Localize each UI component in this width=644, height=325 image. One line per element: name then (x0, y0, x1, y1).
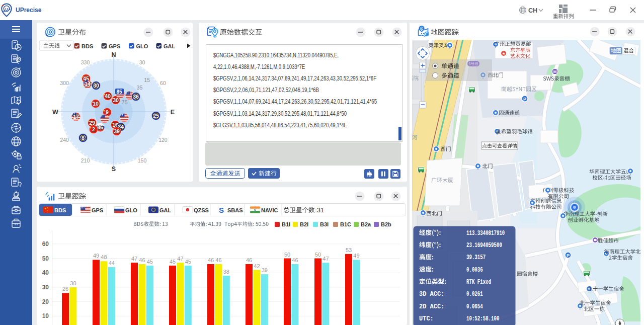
svg-text:2D ACC:: 2D ACC: (419, 303, 444, 310)
svg-text:$GLGSV,1,1,03,85,56,014,48,86,: $GLGSV,1,1,03,85,56,014,48,86,54,223,41,… (213, 121, 347, 129)
svg-text:46: 46 (215, 257, 221, 263)
svg-text:0.0261: 0.0261 (466, 291, 483, 298)
svg-text:9: 9 (106, 109, 109, 115)
svg-text:29: 29 (89, 120, 95, 126)
svg-text:210: 210 (81, 157, 90, 164)
svg-text:36: 36 (133, 94, 139, 100)
svg-text:45: 45 (170, 259, 176, 265)
svg-text:BDS: BDS (54, 207, 66, 213)
svg-text:47: 47 (323, 256, 329, 262)
svg-text:NAVIC: NAVIC (261, 207, 278, 213)
svg-text:47: 47 (177, 256, 183, 262)
svg-text:GPS: GPS (109, 43, 120, 49)
svg-text:113.3340817910: 113.3340817910 (466, 230, 505, 237)
svg-text:RTK Fixed: RTK Fixed (466, 279, 491, 286)
svg-text:48: 48 (101, 254, 107, 260)
svg-text:GAL: GAL (164, 43, 176, 49)
svg-text:46: 46 (139, 257, 145, 263)
svg-text:UPrecise: UPrecise (16, 7, 42, 14)
svg-text:B2b: B2b (381, 221, 391, 227)
svg-text:50: 50 (42, 255, 49, 262)
svg-text:35: 35 (137, 85, 143, 91)
svg-text:46: 46 (246, 257, 252, 263)
svg-text:45: 45 (147, 259, 153, 265)
svg-text:BDS: BDS (82, 43, 93, 49)
svg-text:38: 38 (223, 269, 229, 275)
svg-text:40: 40 (42, 269, 49, 276)
svg-text:49: 49 (353, 253, 359, 259)
svg-text:GLO: GLO (125, 207, 137, 213)
svg-text:B3I: B3I (320, 221, 329, 227)
svg-text:20: 20 (42, 298, 49, 305)
svg-text:S: S (112, 166, 116, 173)
svg-text:40: 40 (105, 93, 111, 99)
svg-text:$GNGGA,105258.90,2310.16435734: $GNGGA,105258.90,2310.16435734,N,11320.0… (213, 51, 339, 59)
svg-text:14: 14 (85, 81, 91, 87)
svg-text:QZSS: QZSS (194, 207, 209, 213)
svg-text:U: U (5, 7, 8, 12)
svg-text::31: :31 (315, 207, 324, 214)
svg-text:49: 49 (93, 253, 99, 259)
svg-text:4,22,1.0,46.4388,M,-7.1261,M,0: 4,22,1.0,46.4388,M,-7.1261,M,0.9,1033*7E (213, 63, 305, 70)
svg-text:UTC:: UTC: (419, 315, 434, 322)
svg-text:75: 75 (122, 99, 128, 105)
svg-text:50: 50 (315, 252, 321, 258)
svg-text:GAL: GAL (159, 207, 172, 213)
svg-text:60: 60 (160, 80, 166, 86)
svg-text:E: E (171, 109, 175, 116)
svg-text:0.0036: 0.0036 (466, 267, 483, 274)
svg-text:10: 10 (93, 101, 99, 107)
svg-text:GLO: GLO (136, 43, 148, 49)
svg-text:N: N (111, 51, 116, 58)
svg-text:39: 39 (262, 267, 268, 273)
svg-text:150: 150 (138, 157, 147, 164)
svg-text:23.1694059500: 23.1694059500 (466, 242, 502, 249)
svg-text:240: 240 (60, 137, 69, 143)
svg-text:50: 50 (284, 252, 290, 258)
svg-text:$GPGSV,1,1,03,14,24,317,29,30,: $GPGSV,1,1,03,14,24,317,29,30,52,295,48,… (213, 110, 347, 117)
svg-text:15: 15 (144, 77, 150, 83)
svg-text:85: 85 (116, 89, 122, 95)
svg-text:★: ★ (502, 51, 506, 56)
svg-text:30: 30 (93, 83, 99, 89)
svg-text:CH: CH (528, 7, 537, 14)
svg-text:B2I: B2I (300, 221, 308, 227)
svg-text:B1I: B1I (282, 221, 290, 227)
svg-text:10:52:58.100: 10:52:58.100 (466, 315, 499, 322)
svg-text:46: 46 (208, 257, 214, 263)
svg-text:39.3157: 39.3157 (466, 254, 486, 261)
svg-text:10: 10 (42, 312, 49, 319)
svg-text:25: 25 (153, 113, 159, 119)
svg-text:300: 300 (60, 80, 69, 86)
svg-text:17: 17 (73, 114, 79, 120)
svg-text:47: 47 (131, 256, 137, 262)
svg-text:M: M (553, 69, 557, 74)
svg-text:B2a: B2a (361, 221, 371, 227)
svg-text:P: P (523, 97, 526, 102)
svg-text:GPS: GPS (92, 207, 103, 213)
svg-text:330: 330 (81, 59, 90, 65)
svg-text:60: 60 (42, 240, 49, 248)
svg-text:46: 46 (292, 257, 298, 263)
svg-text:B1C: B1C (340, 221, 351, 227)
svg-text:W: W (52, 109, 58, 116)
svg-text:53: 53 (346, 247, 352, 253)
svg-text:120: 120 (158, 137, 168, 143)
svg-text:30: 30 (139, 59, 145, 65)
svg-text:$GPGSV,2,2,06,01,71,121,47,02,: $GPGSV,2,2,06,01,71,121,47,02,52,046,19,… (213, 86, 319, 94)
svg-text:3D ACC:: 3D ACC: (419, 291, 444, 298)
svg-text:42: 42 (254, 263, 260, 269)
svg-text:8: 8 (82, 135, 85, 141)
svg-text:30: 30 (70, 280, 76, 286)
svg-text:45: 45 (185, 259, 191, 265)
svg-text:0.0654: 0.0654 (466, 303, 483, 310)
svg-text:26: 26 (62, 286, 68, 292)
svg-text:39: 39 (114, 128, 120, 134)
svg-text:$GPGSV,2,1,06,14,24,317,34,07,: $GPGSV,2,1,06,14,24,317,34,07,69,241,49,… (213, 74, 376, 82)
svg-text:SBAS: SBAS (227, 207, 243, 213)
svg-text:44: 44 (109, 260, 115, 266)
svg-text:P: P (567, 253, 570, 258)
svg-text:$GPGSV,1,1,04,07,69,241,44,17,: $GPGSV,1,1,04,07,69,241,44,17,24,263,26,… (213, 98, 377, 105)
svg-text:2: 2 (92, 126, 95, 132)
svg-text:S: S (219, 206, 224, 214)
